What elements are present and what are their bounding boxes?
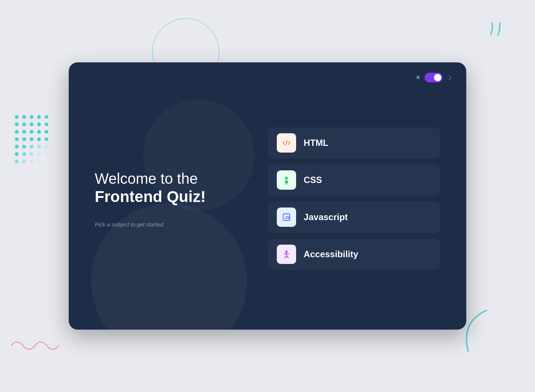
dots-decoration (15, 115, 50, 165)
theme-toggle-area: ☀ ☽ (415, 73, 451, 82)
pink-wave-decoration (11, 336, 59, 355)
card-header: ☀ ☽ (69, 62, 466, 82)
accessibility-person-icon (281, 249, 292, 259)
sun-icon: ☀ (415, 74, 421, 82)
css-option-label: CSS (304, 175, 322, 185)
quiz-card: ☀ ☽ Welcome to the Frontend Quiz! Pick a… (69, 62, 466, 330)
javascript-option-label: Javascript (304, 212, 348, 222)
js-icon-bg: JS (277, 208, 296, 227)
css-paintbrush-icon (281, 175, 292, 185)
a11y-icon-bg (277, 245, 296, 264)
svg-rect-3 (285, 181, 288, 183)
subtitle-text: Pick a subject to get started. (95, 221, 238, 228)
svg-text:JS: JS (285, 215, 289, 220)
option-accessibility[interactable]: Accessibility (268, 239, 440, 270)
left-panel: Welcome to the Frontend Quiz! Pick a sub… (95, 170, 238, 227)
css-icon-bg (277, 170, 296, 190)
toggle-thumb (434, 74, 441, 81)
accessibility-option-label: Accessibility (304, 249, 358, 259)
html-option-label: HTML (304, 138, 328, 148)
welcome-text-line1: Welcome to the (95, 170, 198, 187)
javascript-icon: JS (281, 212, 292, 222)
option-javascript[interactable]: JS Javascript (268, 202, 440, 233)
html-icon-bg (277, 133, 296, 153)
html-code-icon (281, 138, 292, 148)
theme-toggle[interactable] (425, 73, 442, 82)
option-css[interactable]: CSS (268, 164, 440, 196)
moon-icon: ☽ (446, 74, 451, 81)
welcome-heading: Welcome to the Frontend Quiz! (95, 170, 238, 206)
quiz-title: Frontend Quiz! (95, 187, 238, 206)
quotes-decoration (490, 22, 513, 41)
right-panel: HTML CSS (268, 127, 440, 270)
option-html[interactable]: HTML (268, 127, 440, 159)
card-content: Welcome to the Frontend Quiz! Pick a sub… (69, 82, 466, 330)
